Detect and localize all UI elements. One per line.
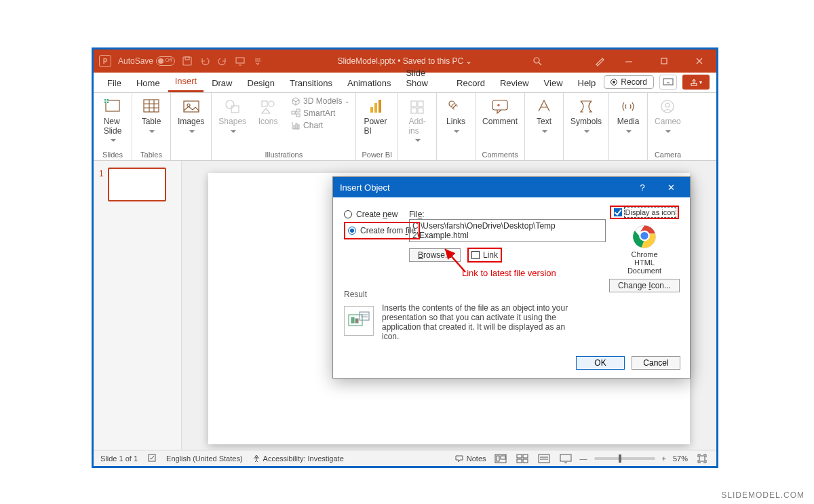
svg-rect-37: [355, 319, 358, 323]
slide-counter: Slide 1 of 1: [100, 454, 138, 463]
tab-view[interactable]: View: [537, 75, 570, 92]
powerpoint-window: P AutoSave SlideModel.pptx • Saved to th…: [92, 47, 718, 468]
symbols-button[interactable]: Symbols: [569, 96, 603, 139]
pen-icon[interactable]: [594, 56, 605, 66]
cancel-button[interactable]: Cancel: [632, 356, 680, 370]
tab-draw[interactable]: Draw: [205, 75, 239, 92]
powerbi-button[interactable]: Power BI: [362, 96, 389, 138]
normal-view-icon[interactable]: [493, 453, 508, 464]
chart-button[interactable]: Chart: [291, 120, 350, 131]
redo-icon[interactable]: [217, 56, 228, 66]
record-button[interactable]: Record: [604, 75, 654, 89]
create-from-file-radio[interactable]: Create from file: [348, 226, 416, 235]
shapes-button[interactable]: Shapes: [217, 96, 248, 139]
tab-record[interactable]: Record: [450, 75, 492, 92]
svg-point-3: [534, 58, 539, 63]
svg-rect-24: [379, 100, 381, 113]
smartart-button[interactable]: SmartArt: [291, 108, 350, 119]
svg-rect-13: [231, 106, 239, 113]
svg-rect-26: [418, 101, 423, 106]
svg-rect-46: [517, 459, 522, 463]
svg-rect-9: [144, 100, 159, 112]
close-button[interactable]: [688, 50, 711, 73]
slideshow-view-icon[interactable]: [558, 453, 573, 464]
tab-animations[interactable]: Animations: [341, 75, 398, 92]
svg-rect-18: [296, 114, 300, 117]
cameo-button[interactable]: Cameo: [653, 96, 682, 139]
tab-slideshow[interactable]: Slide Show: [399, 65, 448, 92]
tab-home[interactable]: Home: [130, 75, 167, 92]
svg-rect-10: [184, 101, 199, 112]
table-button[interactable]: Table: [138, 96, 165, 139]
reading-view-icon[interactable]: [537, 453, 551, 464]
result-icon: [344, 306, 374, 336]
zoom-level[interactable]: 57%: [673, 454, 688, 463]
tab-review[interactable]: Review: [493, 75, 536, 92]
language-status[interactable]: English (United States): [166, 454, 243, 463]
file-path-input[interactable]: C:\Users\farsh\OneDrive\Desktop\Temp 2\E…: [409, 219, 606, 242]
result-description: Inserts the contents of the file as an o…: [382, 303, 572, 341]
tab-file[interactable]: File: [100, 75, 128, 92]
svg-rect-5: [663, 79, 673, 85]
ribbon-tabs: File Home Insert Draw Design Transitions…: [94, 73, 716, 93]
svg-rect-25: [411, 101, 416, 106]
sorter-view-icon[interactable]: [515, 453, 530, 464]
new-slide-button[interactable]: New Slide: [99, 96, 126, 148]
share-button[interactable]: ▾: [682, 75, 710, 90]
comment-button[interactable]: Comment: [481, 96, 519, 128]
search-icon[interactable]: [532, 56, 543, 66]
present-icon[interactable]: [235, 56, 246, 66]
images-button[interactable]: Images: [176, 96, 206, 139]
display-as-icon-checkbox[interactable]: Display as icon: [614, 208, 676, 216]
svg-rect-2: [236, 58, 244, 63]
notes-button[interactable]: Notes: [454, 454, 486, 463]
autosave-switch-icon[interactable]: [156, 56, 175, 66]
chrome-icon: [632, 225, 657, 249]
icon-label: Chrome HTML Document: [607, 250, 682, 275]
workspace: 1 Insert Object ? ✕ Create new: [94, 161, 716, 450]
svg-rect-20: [296, 123, 297, 129]
tab-design[interactable]: Design: [241, 75, 282, 92]
spellcheck-icon[interactable]: [147, 453, 157, 464]
ok-button[interactable]: OK: [576, 356, 625, 370]
powerpoint-logo-icon: P: [99, 55, 111, 67]
svg-point-15: [269, 101, 274, 106]
links-button[interactable]: Links: [442, 96, 469, 139]
annotation-text: Link to latest file version: [462, 268, 556, 278]
tab-help[interactable]: Help: [571, 75, 603, 92]
tab-insert[interactable]: Insert: [168, 73, 204, 92]
text-button[interactable]: Text: [530, 96, 558, 139]
svg-point-30: [661, 100, 674, 113]
watermark: SLIDEMODEL.COM: [721, 490, 805, 500]
insert-object-dialog: Insert Object ? ✕ Create new Create from…: [332, 176, 691, 379]
svg-rect-22: [370, 107, 373, 113]
qat-more-icon[interactable]: [252, 56, 263, 66]
svg-rect-42: [497, 456, 499, 461]
accessibility-status[interactable]: Accessibility: Investigate: [252, 454, 344, 463]
thumbnail-number: 1: [99, 168, 104, 201]
maximize-button[interactable]: [653, 50, 676, 73]
slide-canvas-area: Insert Object ? ✕ Create new Create from…: [182, 161, 716, 450]
save-icon[interactable]: [182, 56, 193, 66]
dialog-help-button[interactable]: ?: [630, 177, 655, 197]
3d-models-button[interactable]: 3D Models ⌄: [291, 96, 350, 106]
addins-button[interactable]: Add- ins: [404, 96, 431, 148]
svg-rect-44: [517, 454, 522, 458]
svg-rect-19: [294, 125, 295, 129]
zoom-slider[interactable]: [594, 457, 655, 460]
dialog-close-button[interactable]: ✕: [659, 177, 683, 197]
create-new-radio[interactable]: Create new: [344, 210, 420, 219]
icons-button[interactable]: Icons: [254, 96, 282, 128]
tab-transitions[interactable]: Transitions: [283, 75, 339, 92]
svg-rect-50: [699, 456, 705, 461]
present-mode-icon[interactable]: [659, 75, 677, 90]
fit-window-icon[interactable]: [695, 453, 710, 464]
svg-rect-28: [418, 108, 423, 113]
undo-icon[interactable]: [199, 56, 210, 66]
change-icon-button[interactable]: Change Icon...: [609, 279, 680, 292]
autosave-toggle[interactable]: AutoSave: [118, 56, 175, 66]
status-bar: Slide 1 of 1 English (United States) Acc…: [94, 450, 716, 466]
slide-thumbnail-1[interactable]: [108, 168, 166, 201]
media-button[interactable]: Media: [615, 96, 642, 139]
minimize-button[interactable]: [617, 50, 640, 73]
